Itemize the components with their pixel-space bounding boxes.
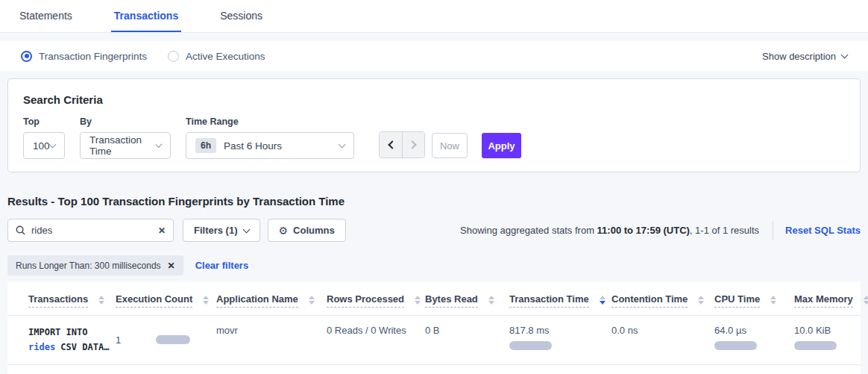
clear-search-icon[interactable]: ✕ xyxy=(158,225,166,236)
top-label: Top xyxy=(23,116,65,127)
max-memory-cell: 10.0 KiB xyxy=(794,325,861,355)
transaction-fingerprint-cell[interactable]: IMPORT INTO rides CSV DATA… xyxy=(28,325,116,355)
table-header-row: Transactions Execution Count Application… xyxy=(7,282,861,316)
transaction-time-bar xyxy=(509,341,552,350)
column-header-bytes-read[interactable]: Bytes Read xyxy=(425,293,509,308)
results-toolbar: ✕ Filters (1) ⚙ Columns Showing aggregat… xyxy=(7,219,861,242)
chevron-down-icon xyxy=(339,140,346,148)
results-search-box[interactable]: ✕ xyxy=(7,219,174,242)
sort-icon xyxy=(488,296,494,305)
now-button[interactable]: Now xyxy=(432,133,468,158)
filters-label: Filters (1) xyxy=(194,225,238,236)
chevron-down-icon xyxy=(242,225,250,233)
time-range-field: Time Range 6h Past 6 Hours xyxy=(186,116,354,159)
search-input[interactable] xyxy=(31,225,158,236)
top-field: Top 100 xyxy=(23,116,65,159)
column-header-transaction-time[interactable]: Transaction Time xyxy=(509,293,611,308)
column-header-execution-count[interactable]: Execution Count xyxy=(116,293,216,308)
remove-filter-icon[interactable]: ✕ xyxy=(168,261,175,271)
max-memory-bar xyxy=(794,341,837,350)
by-field: By Transaction Time xyxy=(80,116,171,159)
column-header-max-memory[interactable]: Max Memory xyxy=(794,293,868,308)
show-description-label: Show description xyxy=(762,51,836,62)
stats-text: Showing aggregated stats from 11:00 to 1… xyxy=(460,225,759,236)
time-range-next-button[interactable] xyxy=(402,132,424,158)
table-row: IMPORT INTO rides CSV DATA… 1 movr 0 Rea… xyxy=(7,316,861,365)
show-description-toggle[interactable]: Show description xyxy=(762,51,847,62)
results-heading: Results - Top 100 Transaction Fingerprin… xyxy=(7,195,861,208)
tab-statements[interactable]: Statements xyxy=(16,0,75,32)
apply-button[interactable]: Apply xyxy=(482,133,521,158)
tab-transactions[interactable]: Transactions xyxy=(111,0,181,32)
time-range-badge: 6h xyxy=(195,138,216,153)
time-range-label: Time Range xyxy=(186,116,354,127)
sort-icon xyxy=(698,296,704,305)
tab-sessions[interactable]: Sessions xyxy=(217,0,265,32)
clear-filters-link[interactable]: Clear filters xyxy=(195,260,249,271)
radio-transaction-fingerprints[interactable]: Transaction Fingerprints xyxy=(21,51,147,62)
column-header-application-name[interactable]: Application Name xyxy=(216,293,327,308)
arrow-left-icon xyxy=(388,140,396,149)
by-label: By xyxy=(80,116,171,127)
transaction-link[interactable]: rides xyxy=(28,342,55,352)
columns-label: Columns xyxy=(293,225,335,236)
column-header-contention-time[interactable]: Contention Time xyxy=(611,293,714,308)
rows-processed-cell: 0 Reads / 0 Writes xyxy=(327,325,425,355)
view-toggle-row: Transaction Fingerprints Active Executio… xyxy=(0,41,868,71)
execution-count-bar xyxy=(156,335,190,344)
gear-icon: ⚙ xyxy=(279,225,289,237)
sort-icon xyxy=(770,296,776,305)
radio-label: Transaction Fingerprints xyxy=(39,51,147,62)
page-tabs: Statements Transactions Sessions xyxy=(0,0,868,33)
search-criteria-title: Search Criteria xyxy=(23,93,845,106)
columns-button[interactable]: ⚙ Columns xyxy=(268,219,346,242)
time-range-prev-button[interactable] xyxy=(380,132,402,158)
sort-icon xyxy=(309,296,315,305)
column-header-cpu-time[interactable]: CPU Time xyxy=(714,293,794,308)
execution-count-cell: 1 xyxy=(116,325,216,355)
active-filters-row: Runs Longer Than: 300 milliseconds ✕ Cle… xyxy=(7,255,861,275)
top-value: 100 xyxy=(33,140,50,152)
filters-button[interactable]: Filters (1) xyxy=(183,219,260,242)
results-table: Transactions Execution Count Application… xyxy=(7,282,861,374)
arrow-right-icon xyxy=(408,140,416,149)
column-header-transactions[interactable]: Transactions xyxy=(28,293,116,308)
search-criteria-card: Search Criteria Top 100 By Transaction T… xyxy=(7,78,861,172)
application-name-cell: movr xyxy=(216,325,327,355)
bytes-read-cell: 0 B xyxy=(425,325,509,355)
time-range-value: Past 6 Hours xyxy=(224,140,282,152)
chevron-down-icon xyxy=(49,140,57,148)
by-select[interactable]: Transaction Time xyxy=(80,132,171,159)
sort-desc-icon xyxy=(600,296,606,305)
radio-label: Active Executions xyxy=(186,51,265,62)
column-header-rows-processed[interactable]: Rows Processed xyxy=(327,293,425,308)
radio-selected-icon xyxy=(21,51,32,62)
cpu-time-cell: 64.0 µs xyxy=(714,325,794,355)
by-value: Transaction Time xyxy=(89,134,157,157)
sort-icon xyxy=(98,296,104,305)
cpu-time-bar xyxy=(714,341,757,350)
sort-icon xyxy=(415,296,421,305)
filter-chip-label: Runs Longer Than: 300 milliseconds xyxy=(16,261,161,271)
stats-summary: Showing aggregated stats from 11:00 to 1… xyxy=(460,221,861,240)
radio-unselected-icon xyxy=(168,51,179,62)
vertical-divider xyxy=(773,221,773,240)
reset-sql-stats-link[interactable]: Reset SQL Stats xyxy=(785,225,861,236)
filter-chip: Runs Longer Than: 300 milliseconds ✕ xyxy=(7,255,183,275)
radio-active-executions[interactable]: Active Executions xyxy=(168,51,265,62)
transaction-time-cell: 817.8 ms xyxy=(509,325,611,355)
chevron-down-icon xyxy=(841,51,849,58)
time-range-pager xyxy=(379,131,425,158)
contention-time-cell: 0.0 ns xyxy=(611,325,714,355)
search-icon xyxy=(16,225,25,235)
sort-icon xyxy=(203,296,209,305)
time-range-select[interactable]: 6h Past 6 Hours xyxy=(186,132,354,159)
top-select[interactable]: 100 xyxy=(23,132,65,159)
sort-icon xyxy=(864,296,868,305)
